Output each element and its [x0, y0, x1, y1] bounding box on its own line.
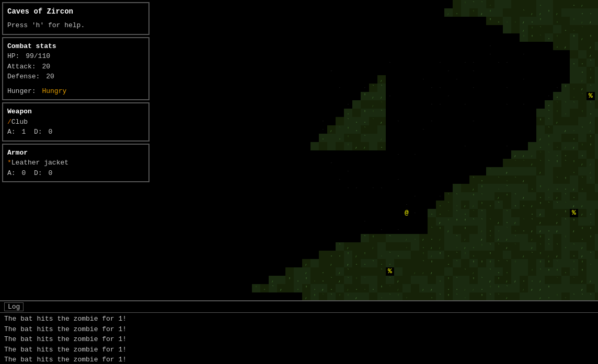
armor-d-value: 0 [48, 169, 52, 177]
weapon-title: Weapon [7, 107, 144, 117]
weapon-d-label: D: [34, 128, 42, 136]
log-line-3: The bat hits the zombie for 1! [4, 334, 594, 345]
title-panel: Caves of Zircon Press 'h' for help. [2, 2, 150, 35]
hunger-row: Hunger: Hungry [7, 86, 144, 97]
game-title: Caves of Zircon [7, 6, 144, 17]
attack-label: Attack: [7, 63, 36, 71]
armor-panel: Armor *Leather jacket A: 0 D: 0 [2, 144, 150, 183]
defense-value: 20 [46, 73, 54, 80]
log-line-1: The bat hits the zombie for 1! [4, 314, 594, 324]
armor-icon: * [7, 159, 12, 167]
log-line-4: The bat hits the zombie for 1! [4, 345, 594, 355]
attack-value: 20 [42, 63, 50, 71]
weapon-panel: Weapon /Club A: 1 D: 0 [2, 102, 150, 142]
weapon-icon: / [7, 118, 12, 126]
log-content: The bat hits the zombie for 1! The bat h… [0, 313, 598, 364]
weapon-name-row: /Club [7, 117, 144, 127]
sidebar: Caves of Zircon Press 'h' for help. Comb… [0, 0, 152, 300]
attack-row: Attack: 20 [7, 62, 144, 72]
log-header: Log [0, 301, 598, 313]
map-canvas [152, 0, 598, 300]
log-line-5: The bat hits the zombie for 1! [4, 355, 594, 364]
combat-title: Combat stats [7, 41, 144, 52]
armor-name: Leather jacket [12, 159, 68, 167]
weapon-d-value: 0 [48, 128, 52, 136]
hunger-value: Hungry [42, 87, 66, 95]
armor-a-label: A: [7, 169, 16, 177]
combat-stats-panel: Combat stats HP: 99/110 Attack: 20 Defen… [2, 37, 150, 101]
armor-a-value: 0 [21, 169, 26, 177]
log-title: Log [4, 302, 24, 311]
log-panel: Log The bat hits the zombie for 1! The b… [0, 300, 598, 364]
armor-d-label: D: [34, 169, 42, 177]
game-map[interactable] [152, 0, 598, 300]
armor-stats-row: A: 0 D: 0 [7, 168, 144, 179]
hp-value: 99/110 [26, 52, 50, 60]
armor-title: Armor [7, 148, 144, 158]
weapon-stats-row: A: 1 D: 0 [7, 127, 144, 137]
defense-row: Defense: 20 [7, 72, 144, 82]
help-text: Press 'h' for help. [7, 20, 144, 31]
log-line-2: The bat hits the zombie for 1! [4, 324, 594, 335]
weapon-a-label: A: [7, 128, 16, 136]
hunger-label: Hunger: [7, 87, 36, 95]
defense-label: Defense: [7, 73, 40, 80]
weapon-name: Club [12, 118, 28, 126]
hp-label: HP: [7, 52, 19, 60]
armor-name-row: *Leather jacket [7, 158, 144, 168]
weapon-a-value: 1 [21, 128, 26, 136]
hp-row: HP: 99/110 [7, 51, 144, 62]
